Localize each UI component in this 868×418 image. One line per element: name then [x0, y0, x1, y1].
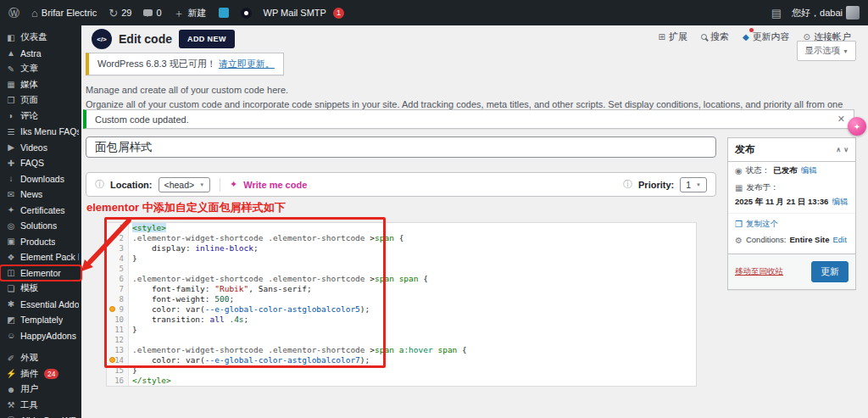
sidebar-item-essential-addons[interactable]: ✱Essential Addons: [0, 297, 81, 313]
snippet-title-input[interactable]: [86, 137, 716, 158]
sidebar-item-appearance[interactable]: ✐外观: [0, 350, 81, 366]
new-content-link[interactable]: ＋新建: [174, 7, 207, 20]
dismiss-notice-button[interactable]: ✕: [837, 114, 845, 125]
code-text: <style>: [129, 223, 166, 233]
sidebar-item-label: Elementor: [20, 268, 61, 278]
code-line: 6.elementor-widget-shortcode .elementor-…: [107, 274, 696, 284]
code-line: 5: [107, 264, 696, 274]
wp-logo-menu[interactable]: Ⓦ: [8, 8, 19, 19]
sidebar-item-label: Astra: [20, 48, 42, 59]
code-text: font-family: "Rubik", Sans-serif;: [129, 284, 312, 294]
news-icon: ✉: [6, 190, 16, 199]
sidebar-item-label: HappyAddons: [20, 331, 76, 341]
pages-icon: ❐: [6, 96, 16, 105]
priority-label: Priority:: [638, 180, 674, 190]
sidebar-item-comments[interactable]: ◗评论: [0, 109, 81, 125]
sidebar-item-media[interactable]: ▦媒体: [0, 77, 81, 93]
update-button[interactable]: 更新: [811, 261, 849, 282]
sidebar-item-faqs[interactable]: ✚FAQS: [0, 155, 81, 171]
sidebar-menu: ◧仪表盘▲Astra✎文章▦媒体❐页面◗评论☰Iks Menu FAQs▶Vid…: [0, 30, 81, 418]
conditions-value: Entire Site: [790, 235, 830, 246]
astra-icon: ▲: [6, 48, 16, 58]
wp-mail-smtp-link[interactable]: WP Mail SMTP1: [264, 8, 344, 19]
appearance-icon: ✐: [6, 354, 16, 363]
code-text: color: var(--e-global-color-astglobalcol…: [129, 355, 370, 365]
templates-icon: ❏: [6, 284, 16, 293]
sidebar-item-iks-menu-faqs[interactable]: ☰Iks Menu FAQs: [0, 124, 81, 140]
users-icon: ☻: [6, 385, 16, 394]
floating-widget-button[interactable]: ✦: [848, 117, 866, 136]
sidebar-item-news[interactable]: ✉News: [0, 187, 81, 203]
comments-count: 0: [156, 8, 161, 18]
write-me-code-link[interactable]: Write me code: [243, 180, 307, 190]
header-link-extensions[interactable]: ⊞扩展: [659, 31, 687, 43]
plugins-icon: ⚡: [6, 369, 16, 378]
edit-status-link[interactable]: 编辑: [801, 165, 817, 176]
sidebar-item-dashboard[interactable]: ◧仪表盘: [0, 30, 81, 46]
add-new-button[interactable]: ADD NEW: [179, 30, 235, 48]
sidebar-item-posts[interactable]: ✎文章: [0, 61, 81, 77]
success-notice: Custom code updated. ✕: [83, 109, 854, 129]
sidebar-item-label: Iks Menu FAQs: [20, 126, 79, 137]
sidebar-item-certificates[interactable]: ✦Certificates: [0, 203, 81, 219]
header-link-whats-new[interactable]: ◆更新内容: [743, 31, 790, 43]
updates-link[interactable]: ↻29: [108, 8, 131, 19]
intro-line-1: Manage and create all of your custom cod…: [86, 83, 868, 98]
move-down-icon[interactable]: ∨: [843, 146, 849, 153]
sidebar-item-plugins[interactable]: ⚡插件24: [0, 366, 81, 382]
edit-date-link[interactable]: 编辑: [832, 197, 848, 208]
sidebar-item-tools[interactable]: ⚒工具: [0, 398, 81, 414]
videos-icon: ▶: [6, 142, 16, 152]
conditions-row: ⚙ Conditions: Entire Site Edit: [728, 231, 855, 248]
plugin-shortcut-1[interactable]: [219, 8, 229, 18]
code-editor[interactable]: 1<style>2.elementor-widget-shortcode .el…: [106, 222, 697, 387]
adminbar-extra-menu[interactable]: ▤: [771, 8, 782, 19]
plugin-shortcut-2[interactable]: [241, 8, 252, 19]
sidebar-item-astra[interactable]: ▲Astra: [0, 46, 81, 62]
trash-link[interactable]: 移动至回收站: [735, 266, 783, 277]
sidebar-item-pages[interactable]: ❐页面: [0, 92, 81, 109]
comments-link[interactable]: 0: [143, 8, 161, 18]
publish-panel: 发布 ∧∨ ◉ 状态： 已发布 编辑 ▦ 发布于： 2025 年 11 月 21…: [727, 137, 856, 290]
calendar-icon: ▦: [735, 182, 743, 194]
sidebar-item-users[interactable]: ☻用户: [0, 382, 81, 398]
code-text: }: [129, 325, 137, 335]
line-number: 6: [107, 274, 129, 284]
sidebar-item-templately[interactable]: ◩Templately: [0, 312, 81, 328]
sidebar-item-templates[interactable]: ❏模板: [0, 281, 81, 297]
edit-conditions-link[interactable]: Edit: [833, 235, 847, 246]
sidebar-item-label: Videos: [20, 142, 47, 153]
code-text: }: [129, 365, 137, 376]
move-up-icon[interactable]: ∧: [836, 146, 841, 153]
duplicate-link[interactable]: 复制这个: [746, 219, 778, 230]
downloads-icon: ↓: [6, 174, 16, 183]
sidebar-item-products[interactable]: ▣Products: [0, 234, 81, 250]
screen-options-button[interactable]: 显示选项 ▼: [797, 41, 856, 61]
header-link-search[interactable]: 搜索: [701, 31, 729, 43]
conditions-label: Conditions:: [746, 235, 787, 246]
code-line: 8 font-weight: 500;: [107, 294, 696, 304]
update-now-link[interactable]: 请立即更新。: [219, 59, 275, 69]
faqs-icon: ✚: [6, 159, 16, 168]
line-number: 2: [107, 233, 129, 243]
sidebar-item-downloads[interactable]: ↓Downloads: [0, 171, 81, 187]
sidebar-item-happyaddons[interactable]: ☺HappyAddons: [0, 328, 81, 344]
update-count-badge: 24: [44, 369, 58, 379]
sidebar-item-solutions[interactable]: ◎Solutions: [0, 218, 81, 234]
sidebar-item-videos[interactable]: ▶Videos: [0, 140, 81, 156]
code-line: 2.elementor-widget-shortcode .elementor-…: [107, 233, 696, 243]
priority-select[interactable]: 1▼: [680, 177, 707, 192]
sidebar-item-all-in-one-wp[interactable]: ⓌAll-in-One WP: [0, 413, 81, 418]
elementor-icon: ◫: [6, 268, 16, 277]
code-line: 7 font-family: "Rubik", Sans-serif;: [107, 284, 696, 294]
sidebar-item-label: 页面: [20, 94, 38, 106]
header-link-label: 更新内容: [753, 31, 790, 43]
posts-icon: ✎: [6, 64, 16, 74]
location-select[interactable]: <head>▼: [159, 177, 211, 192]
my-account-link[interactable]: 您好，dabai: [792, 6, 860, 20]
code-text: .elementor-widget-shortcode .elementor-s…: [129, 345, 467, 355]
certificates-icon: ✦: [6, 205, 16, 215]
site-link[interactable]: ⌂Brifar Electric: [31, 8, 97, 19]
sidebar-item-elementor[interactable]: ◫Elementor: [0, 265, 81, 281]
sidebar-item-element-pack-pro[interactable]: ❖Element Pack Pro: [0, 249, 81, 265]
